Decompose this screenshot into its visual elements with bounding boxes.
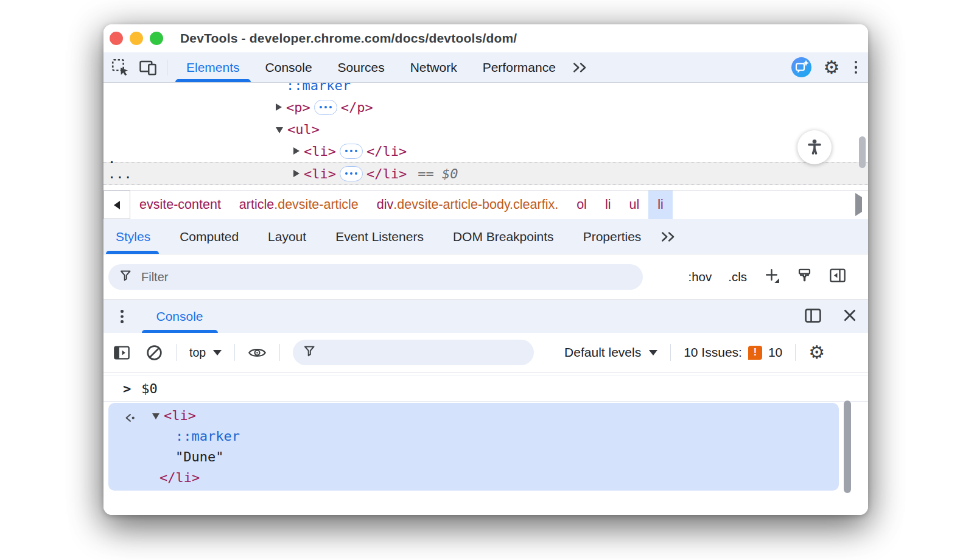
window-title: DevTools - developer.chrome.com/docs/dev… xyxy=(180,31,517,46)
tab-computed[interactable]: Computed xyxy=(165,219,253,254)
console-toolbar: top Default levels xyxy=(103,333,868,373)
tab-event-listeners[interactable]: Event Listeners xyxy=(321,219,438,254)
console-command: $0 xyxy=(141,381,158,396)
ellipsis-adorner-icon[interactable] xyxy=(314,100,337,115)
split-panel-icon[interactable] xyxy=(804,308,822,326)
expand-arrow-icon[interactable] xyxy=(276,103,282,111)
styles-filter-input[interactable]: Filter xyxy=(108,264,643,290)
accessibility-overlay-button[interactable] xyxy=(797,130,832,164)
dom-row-li-1[interactable]: <li> </li> xyxy=(103,140,868,162)
dom-row-li-selected[interactable]: ... <li> </li> == $0 xyxy=(103,162,868,185)
pseudo-state-toggle[interactable]: :hov xyxy=(688,270,712,284)
styles-pane-tabs: Styles Computed Layout Event Listeners D… xyxy=(103,219,868,254)
breadcrumb-item[interactable]: ul xyxy=(620,191,648,219)
toolbar-divider xyxy=(795,344,796,361)
class-toggle[interactable]: .cls xyxy=(728,270,747,284)
breadcrumb-scroll-left-button[interactable] xyxy=(103,191,130,219)
result-line-close-tag[interactable]: </li> xyxy=(108,467,839,488)
console-sidebar-toggle-icon[interactable] xyxy=(113,345,130,360)
toolbar-divider xyxy=(670,344,671,361)
more-panes-icon[interactable] xyxy=(660,231,676,242)
chevron-down-icon xyxy=(213,350,222,355)
dom-breadcrumb-bar: evsite-content article.devsite-article d… xyxy=(103,190,868,219)
result-line-text[interactable]: "Dune" xyxy=(108,446,839,467)
page-background: DevTools - developer.chrome.com/docs/dev… xyxy=(0,0,974,560)
toolbar-divider xyxy=(234,344,235,361)
issues-counter[interactable]: 10 Issues: ! 10 xyxy=(684,345,782,360)
gutter-dot: . xyxy=(108,151,116,166)
computed-sidebar-toggle-icon[interactable] xyxy=(829,268,846,286)
rendering-brush-icon[interactable] xyxy=(796,267,813,287)
filter-funnel-icon xyxy=(119,269,133,285)
tab-elements[interactable]: Elements xyxy=(173,52,253,82)
right-arrow-icon xyxy=(855,193,862,216)
new-style-rule-icon[interactable] xyxy=(763,267,780,287)
toolbar-divider xyxy=(176,344,177,361)
tab-network[interactable]: Network xyxy=(398,52,470,82)
titlebar: DevTools - developer.chrome.com/docs/dev… xyxy=(103,24,868,52)
chevron-down-icon xyxy=(649,350,657,355)
clear-console-icon[interactable] xyxy=(145,344,163,362)
device-toolbar-icon[interactable] xyxy=(138,57,158,78)
breadcrumb-scroll-right-button[interactable] xyxy=(855,197,862,212)
dom-row-ul[interactable]: <ul> xyxy=(103,118,868,140)
styles-filter-row: Filter :hov .cls xyxy=(103,254,868,299)
tab-performance[interactable]: Performance xyxy=(470,52,569,82)
log-levels-dropdown[interactable]: Default levels xyxy=(564,345,657,360)
collapse-arrow-icon[interactable] xyxy=(152,413,159,419)
breadcrumb-item[interactable]: article.devsite-article xyxy=(230,191,368,219)
breadcrumb-item-selected[interactable]: li xyxy=(648,191,673,219)
collapse-arrow-icon[interactable] xyxy=(276,127,283,133)
breadcrumb-item[interactable]: li xyxy=(596,191,620,219)
kebab-menu-icon[interactable] xyxy=(852,58,860,77)
console-command-row[interactable]: > $0 xyxy=(103,376,868,402)
tab-properties[interactable]: Properties xyxy=(569,219,656,254)
drawer-header: Console xyxy=(103,299,868,333)
dom-row-marker-clipped[interactable]: ::marker xyxy=(103,83,868,96)
more-tabs-icon[interactable] xyxy=(572,62,588,73)
console-messages: > $0 <li> ::marker "Dune" </li> xyxy=(103,373,868,515)
tab-dom-breakpoints[interactable]: DOM Breakpoints xyxy=(438,219,569,254)
tab-layout[interactable]: Layout xyxy=(253,219,321,254)
drawer-header-right xyxy=(804,308,857,326)
ellipsis-adorner-icon[interactable] xyxy=(340,166,363,181)
dom-tree: ::marker <p> </p> <ul> <li> </li> xyxy=(103,83,868,185)
console-result-highlighted[interactable]: <li> ::marker "Dune" </li> xyxy=(108,403,839,491)
breadcrumb-item[interactable]: ol xyxy=(567,191,596,219)
execution-context-selector[interactable]: top xyxy=(189,346,222,360)
maximize-window-button[interactable] xyxy=(150,32,163,45)
ai-assistant-icon[interactable] xyxy=(791,57,811,77)
issues-badge-icon: ! xyxy=(748,346,762,360)
console-scrollbar[interactable] xyxy=(844,401,851,493)
breadcrumb-item[interactable]: div.devsite-article-body.clearfix. xyxy=(368,191,567,219)
console-settings-gear-icon[interactable]: ⚙ xyxy=(808,343,825,362)
toolbar-divider xyxy=(279,344,280,361)
main-toolbar: Elements Console Sources Network Perform… xyxy=(103,52,868,83)
expand-arrow-icon[interactable] xyxy=(293,147,300,155)
tab-sources[interactable]: Sources xyxy=(325,52,398,82)
toolbar-divider xyxy=(167,60,167,75)
inspect-element-icon[interactable] xyxy=(110,57,130,78)
minimize-window-button[interactable] xyxy=(130,32,143,45)
ellipsis-adorner-icon[interactable] xyxy=(340,144,363,159)
styles-toolbar-right: :hov .cls xyxy=(688,267,847,287)
dollar-zero-badge: == $0 xyxy=(418,166,458,181)
left-arrow-icon xyxy=(114,201,120,209)
elements-scrollbar[interactable] xyxy=(859,136,866,168)
drawer-kebab-menu-icon[interactable] xyxy=(118,307,126,326)
expand-arrow-icon[interactable] xyxy=(293,170,300,177)
result-arrow-icon xyxy=(124,411,138,426)
result-line-pseudo[interactable]: ::marker xyxy=(108,425,839,446)
result-line-open-tag[interactable]: <li> xyxy=(108,405,839,425)
live-expression-eye-icon[interactable] xyxy=(248,346,267,360)
console-filter-input[interactable] xyxy=(293,340,534,365)
breadcrumb-item[interactable]: evsite-content xyxy=(130,191,230,219)
tab-console[interactable]: Console xyxy=(253,52,325,82)
tab-styles[interactable]: Styles xyxy=(103,219,165,254)
close-drawer-icon[interactable] xyxy=(843,308,857,325)
toolbar-right-group: ⚙ xyxy=(791,57,860,77)
close-window-button[interactable] xyxy=(110,32,123,45)
dom-row-p[interactable]: <p> </p> xyxy=(103,96,868,118)
drawer-tab-console[interactable]: Console xyxy=(142,300,218,333)
settings-gear-icon[interactable]: ⚙ xyxy=(824,58,840,77)
